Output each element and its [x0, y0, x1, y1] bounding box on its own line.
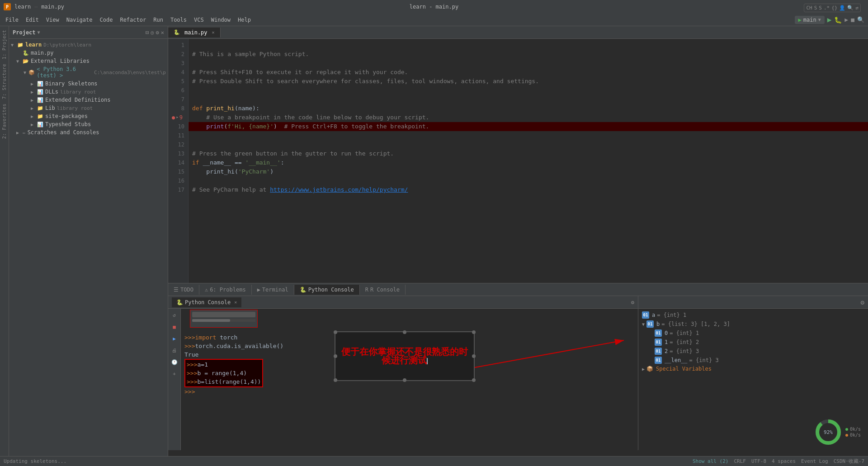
tree-typeshed[interactable]: 📊 Typeshed Stubs — [9, 120, 168, 128]
encoding-indicator[interactable]: UTF-8 — [751, 458, 766, 464]
menu-navigate[interactable]: Navigate — [63, 16, 96, 24]
minimap-thumb[interactable] — [192, 319, 230, 322]
var-item-b-2[interactable]: 01 2 = {int} 3 — [638, 347, 868, 356]
folder-icon-learn: 📁 — [17, 42, 24, 48]
terminal-icon: ▶ — [257, 287, 260, 293]
run-config-name: main — [803, 17, 816, 23]
var-item-special[interactable]: ▶ 📦 Special Variables — [638, 365, 868, 373]
tree-site-packages[interactable]: 📁 site-packages — [9, 112, 168, 120]
menu-view[interactable]: View — [42, 16, 63, 24]
tree-arrow-pythonenv — [24, 70, 28, 75]
sidebar-structure-tab[interactable]: 7: Structure — [1, 62, 8, 101]
far-left-panel: 1: Project 7: Structure 2: Favorites — [0, 26, 9, 456]
sidebar-favorites-tab[interactable]: 2: Favorites — [1, 102, 8, 141]
menu-refactor[interactable]: Refactor — [116, 16, 150, 24]
console-line-a1: >>> a=1 — [187, 360, 261, 369]
tab-python-console[interactable]: 🐍 Python Console — [294, 285, 360, 295]
execute-btn[interactable]: ▶ — [170, 334, 179, 343]
tab-problems[interactable]: ⚠ 6: Problems — [199, 285, 252, 295]
corner-tr — [472, 330, 476, 334]
tree-binary-skeletons[interactable]: 📊 Binary Skeletons — [9, 80, 168, 88]
variables-panel: ⚙ 01 a = {int} 1 ▼ — [638, 296, 868, 450]
tree-external-libs[interactable]: 📂 External Libraries — [9, 57, 168, 65]
menu-help[interactable]: Help — [234, 16, 255, 24]
tree-lib-name: Lib — [45, 105, 55, 111]
tree-lib[interactable]: 📁 Lib library root — [9, 104, 168, 112]
status-bar: Updating skeletons... Show all (2) CRLF … — [0, 456, 868, 466]
prompt-current: >>> — [184, 387, 195, 396]
var-name-b1: 1 — [665, 339, 668, 345]
code-area[interactable]: # This is a sample Python script. # Pres… — [189, 39, 868, 283]
locate-file-btn[interactable]: ◎ — [151, 29, 154, 36]
var-item-a[interactable]: 01 a = {int} 1 — [638, 311, 868, 320]
var-item-b[interactable]: ▼ 01 b = {list: 3} [1, 2, 3] — [638, 320, 868, 329]
var-item-b-0[interactable]: 01 0 = {int} 1 — [638, 329, 868, 338]
var-arrow-special: ▶ — [642, 367, 645, 372]
prompt-2: >>> — [184, 342, 195, 350]
corner-br — [472, 378, 476, 382]
indicator-label-2: 0k/s — [850, 433, 861, 438]
tree-python-env[interactable]: 📦 < Python 3.6 (test) > C:\anaconda3\env… — [9, 65, 168, 80]
close-panel-btn[interactable]: ✕ — [161, 29, 164, 36]
run-config-selector[interactable]: ▶ main ▼ — [795, 16, 825, 24]
project-dropdown-icon[interactable]: ▼ — [38, 30, 40, 35]
corner-mr — [472, 354, 476, 358]
tree-typeshed-name: Typeshed Stubs — [45, 121, 91, 127]
run-with-coverage[interactable]: ▶ — [844, 16, 848, 23]
console-line-b-list: >>> b=list(range(1,4)) — [187, 377, 261, 386]
tab-r-console[interactable]: R R Console — [360, 285, 406, 295]
tab-todo[interactable]: ☰ TODO — [168, 285, 199, 295]
menu-code[interactable]: Code — [96, 16, 117, 24]
debug-button[interactable]: 🐛 — [834, 16, 842, 24]
variables-settings-btn[interactable]: ⚙ — [861, 299, 864, 306]
print-btn[interactable]: 🖨 — [170, 346, 179, 355]
search-everywhere[interactable]: 🔍 — [857, 16, 864, 23]
tree-main-py[interactable]: 🐍 main.py — [9, 49, 168, 57]
todo-label: TODO — [180, 287, 193, 293]
history-btn[interactable]: 🕐 — [170, 358, 179, 367]
tree-root-learn[interactable]: 📁 learn D:\pytorch\learn — [9, 41, 168, 49]
rerun-btn[interactable]: ↺ — [170, 311, 179, 320]
project-panel-header: Project ▼ ⊟ ◎ ⚙ ✕ — [9, 26, 168, 39]
r-icon: R — [365, 287, 368, 293]
tree-dlls[interactable]: 📊 DLLs library root — [9, 88, 168, 96]
console-output[interactable]: >>> import torch >>> torch.cuda.is_avail… — [181, 309, 638, 450]
app-icon: P — [4, 3, 11, 10]
var-item-b-1[interactable]: 01 1 = {int} 2 — [638, 338, 868, 347]
tree-extended-defs[interactable]: 📊 Extended Definitions — [9, 96, 168, 104]
tab-terminal[interactable]: ▶ Terminal — [252, 285, 294, 295]
menu-tools[interactable]: Tools — [167, 16, 190, 24]
var-value-b2: = {int} 3 — [670, 348, 699, 354]
stop-console-btn[interactable]: ■ — [170, 322, 179, 331]
run-button[interactable]: ▶ — [827, 15, 832, 24]
show-all-btn[interactable]: Show all (2) — [693, 458, 728, 464]
sidebar-project-tab[interactable]: 1: Project — [1, 28, 8, 61]
console-left: 🐍 Python Console ✕ ⚙ — [168, 296, 638, 450]
crlf-indicator[interactable]: CRLF — [734, 458, 746, 464]
editor-tab-mainpy[interactable]: 🐍 main.py ✕ — [168, 28, 221, 38]
tree-lib-suffix: library root — [57, 105, 93, 111]
settings-btn[interactable]: ⚙ — [156, 29, 159, 36]
console-tab-close[interactable]: ✕ — [234, 300, 237, 305]
folder-icon-lib: 📁 — [37, 105, 43, 111]
var-item-b-len[interactable]: 01 __len__ = {int} 3 — [638, 356, 868, 365]
console-settings-btn[interactable]: ⚙ — [631, 299, 634, 306]
menu-edit[interactable]: Edit — [22, 16, 42, 24]
tab-close-btn[interactable]: ✕ — [212, 30, 215, 35]
menu-file[interactable]: File — [2, 16, 22, 24]
tree-arrow-sitepkg — [31, 114, 37, 119]
menu-run[interactable]: Run — [150, 16, 167, 24]
menu-vcs[interactable]: VCS — [190, 16, 208, 24]
add-btn[interactable]: + — [170, 369, 179, 378]
stop-button[interactable]: ■ — [851, 16, 854, 23]
tree-scratches[interactable]: ✏ Scratches and Consoles — [9, 128, 168, 137]
console-active-tab[interactable]: 🐍 Python Console ✕ — [172, 297, 241, 307]
menu-window[interactable]: Window — [208, 16, 234, 24]
status-updating: Updating skeletons... — [4, 458, 66, 464]
breakpoint-arrow: ➤ — [176, 113, 178, 122]
indicator-dot-1 — [845, 428, 848, 431]
spaces-indicator[interactable]: 4 spaces — [772, 458, 796, 464]
event-log-btn[interactable]: Event Log — [801, 458, 828, 464]
cursor — [427, 358, 428, 364]
collapse-all-btn[interactable]: ⊟ — [146, 29, 149, 36]
